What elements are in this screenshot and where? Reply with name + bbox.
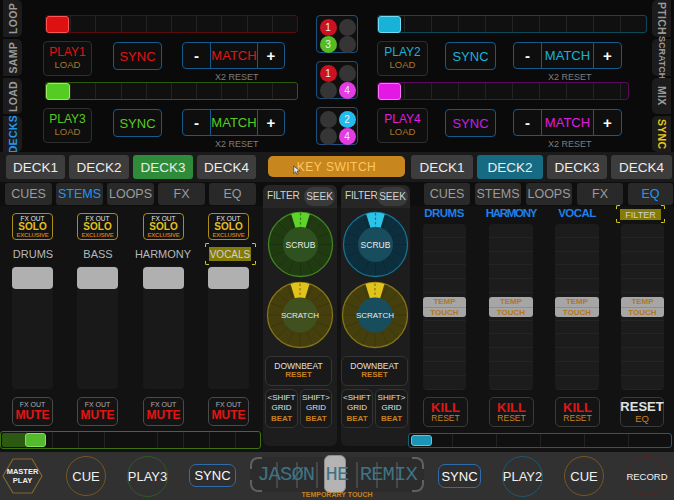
svg-text:SCRUB: SCRUB [361,240,391,250]
svg-text:PLAY: PLAY [13,476,32,485]
svg-text:SCRATCH: SCRATCH [356,311,394,320]
svg-text:SCRUB: SCRUB [286,240,316,250]
svg-text:SCRATCH: SCRATCH [281,311,319,320]
svg-text:MASTER: MASTER [7,467,39,476]
